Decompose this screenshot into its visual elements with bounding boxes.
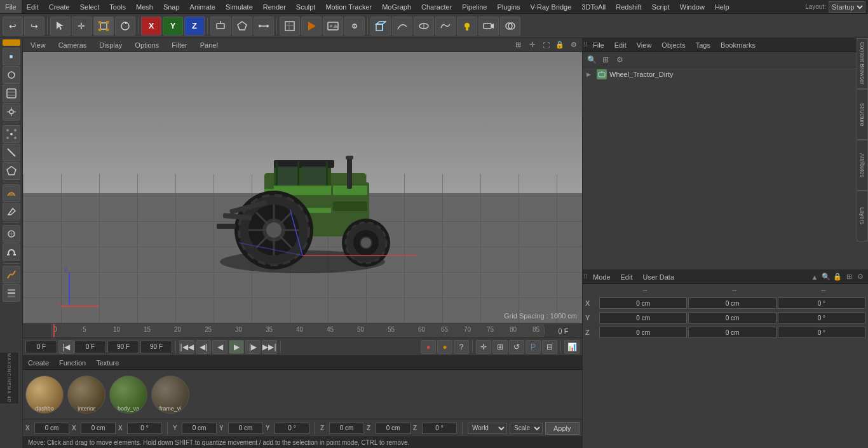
attr-z-pos[interactable] — [599, 327, 687, 338]
polygon-mode-button[interactable] — [232, 17, 252, 36]
apply-button[interactable]: Apply — [545, 422, 580, 435]
om-tab-tags[interactable]: Tags — [691, 38, 715, 51]
go-start-button[interactable]: |◀◀ — [179, 340, 194, 354]
menu-snap[interactable]: Snap — [158, 0, 185, 13]
menu-character[interactable]: Character — [416, 0, 457, 13]
mat-item-2[interactable]: body_va — [109, 376, 147, 414]
axis-center-button[interactable] — [3, 103, 20, 121]
menu-animate[interactable]: Animate — [185, 0, 220, 13]
viewport-tab-filter[interactable]: Filter — [166, 38, 192, 51]
object-row-wheel[interactable]: ▶ Wheel_Tractor_Dirty — [583, 67, 868, 81]
render-to-picture-button[interactable] — [323, 17, 343, 36]
attr-expand-icon[interactable]: ⊞ — [844, 272, 854, 282]
menu-file[interactable]: File — [0, 0, 22, 13]
menu-window[interactable]: Window — [675, 0, 710, 13]
render-button[interactable] — [301, 17, 322, 36]
y-size-input[interactable] — [228, 423, 263, 434]
scale-keys-button[interactable]: ⊞ — [492, 340, 508, 354]
keyframe-view-button[interactable]: ⊟ — [542, 340, 557, 354]
layout-dropdown[interactable]: Startup — [829, 1, 865, 13]
y-rot-input[interactable] — [275, 423, 309, 434]
om-tab-file[interactable]: File — [588, 38, 609, 51]
om-tab-edit[interactable]: Edit — [609, 38, 632, 51]
point-mode-button[interactable] — [3, 125, 20, 143]
attr-x-rot[interactable] — [778, 297, 865, 309]
content-browser-tab[interactable]: Content Browser — [857, 38, 868, 89]
mat-item-0[interactable]: dashbo — [25, 376, 64, 414]
y-position-input[interactable] — [182, 423, 217, 434]
obj-expand-icon[interactable]: ▶ — [587, 71, 594, 78]
layer-button[interactable] — [3, 284, 20, 302]
world-dropdown[interactable]: World Object Camera — [468, 423, 507, 434]
redo-button[interactable]: ↪ — [24, 17, 44, 36]
menu-redshift[interactable]: Redshift — [611, 0, 646, 13]
om-tab-objects[interactable]: Objects — [656, 38, 690, 51]
step-back-button[interactable]: ◀| — [196, 340, 211, 354]
om-search-icon[interactable]: 🔍 — [585, 54, 598, 65]
y-axis-button[interactable]: Y — [163, 17, 183, 36]
z-axis-button[interactable]: Z — [184, 17, 205, 36]
step-forward-button[interactable]: |▶ — [245, 340, 261, 354]
frame-end-input[interactable] — [140, 341, 172, 353]
timeline-playhead[interactable] — [53, 324, 55, 337]
rotate-tool-button[interactable] — [115, 17, 135, 36]
frame-start-input[interactable] — [25, 341, 57, 353]
undo-button[interactable]: ↩ — [3, 17, 23, 36]
poly-pen-button[interactable] — [3, 203, 20, 221]
menu-help[interactable]: Help — [710, 0, 735, 13]
attr-tab-userdata[interactable]: User Data — [638, 270, 680, 283]
model-mode-button[interactable] — [3, 66, 20, 84]
om-tab-bookmarks[interactable]: Bookmarks — [715, 38, 761, 51]
menu-edit[interactable]: Edit — [22, 0, 44, 13]
render-settings-button[interactable] — [344, 17, 365, 36]
menu-script[interactable]: Script — [647, 0, 675, 13]
om-tab-view[interactable]: View — [632, 38, 657, 51]
viewport-move-icon[interactable]: ✛ — [526, 39, 538, 51]
menu-plugins[interactable]: Plugins — [492, 0, 525, 13]
menu-3dtoall[interactable]: 3DToAll — [576, 0, 611, 13]
z-size-input[interactable] — [376, 423, 410, 434]
attributes-tab[interactable]: Attributes — [857, 140, 868, 191]
om-settings-icon[interactable]: ⚙ — [613, 54, 626, 65]
loop-button[interactable]: ↺ — [509, 340, 524, 354]
z-rot-input[interactable] — [422, 423, 457, 434]
viewport-maximize-icon[interactable]: ⛶ — [540, 39, 552, 51]
mat-tab-function[interactable]: Function — [54, 356, 91, 369]
x-axis-button[interactable]: X — [141, 17, 161, 36]
render-region-button[interactable] — [280, 17, 300, 36]
polygon-select-button[interactable] — [3, 162, 20, 180]
menu-sculpt[interactable]: Sculpt — [291, 0, 321, 13]
prev-keyframe-button[interactable]: |◀ — [58, 340, 74, 354]
menu-create[interactable]: Create — [44, 0, 75, 13]
attr-tab-mode[interactable]: Mode — [588, 270, 616, 283]
attr-up-icon[interactable]: ▲ — [810, 272, 820, 282]
menu-select[interactable]: Select — [75, 0, 105, 13]
scale-dropdown[interactable]: Scale Size — [510, 423, 543, 434]
attr-z-size[interactable] — [688, 327, 776, 338]
viewport-lock-icon[interactable]: 🔒 — [554, 39, 566, 51]
mat-item-1[interactable]: interior — [67, 376, 105, 414]
spline-button[interactable] — [392, 17, 412, 36]
viewport[interactable]: Perspective — [23, 52, 582, 323]
object-mode-side-button[interactable]: ■ — [3, 48, 20, 65]
paint-button[interactable] — [3, 225, 20, 243]
viewport-tab-panel[interactable]: Panel — [195, 38, 223, 51]
x-position-input[interactable] — [34, 423, 69, 434]
layers-tab[interactable]: Layers — [857, 191, 868, 241]
menu-pipeline[interactable]: Pipeline — [457, 0, 492, 13]
viewport-tab-view[interactable]: View — [25, 38, 51, 51]
attr-y-rot[interactable] — [778, 312, 865, 323]
play-button[interactable]: ▶ — [229, 340, 244, 354]
boole-button[interactable] — [500, 17, 520, 36]
viewport-tab-cameras[interactable]: Cameras — [53, 38, 92, 51]
attr-search-icon[interactable]: 🔍 — [821, 272, 831, 282]
menu-render[interactable]: Render — [258, 0, 291, 13]
scale-tool-button[interactable] — [93, 17, 114, 36]
attr-settings-icon[interactable]: ⚙ — [855, 272, 865, 282]
go-end-button[interactable]: ▶▶| — [262, 340, 277, 354]
menu-tools[interactable]: Tools — [104, 0, 131, 13]
viewport-settings-icon[interactable]: ⚙ — [568, 39, 580, 51]
edge-mode-button[interactable] — [254, 17, 274, 36]
viewport-grid-icon[interactable]: ⊞ — [512, 39, 524, 51]
preview-start-input[interactable] — [74, 341, 106, 353]
